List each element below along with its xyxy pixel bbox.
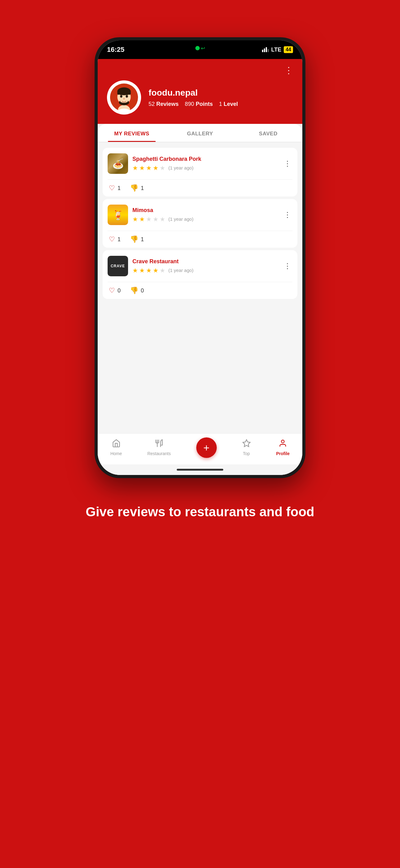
battery-indicator: 44 — [284, 46, 293, 53]
signal-bars — [262, 47, 269, 52]
star-5: ★ — [160, 267, 165, 274]
review-card: 🍝 Spaghetti Carbonara Pork ★ ★ ★ ★ ★ (1 … — [103, 148, 297, 196]
review-card: CRAVE Crave Restaurant ★ ★ ★ ★ ★ (1 year… — [103, 250, 297, 299]
spaghetti-image: 🍝 — [108, 153, 128, 174]
tabs: MY REVIEWS GALLERY SAVED — [98, 124, 302, 142]
review-actions: ♡ 1 👎 1 — [103, 231, 297, 248]
svg-point-15 — [281, 440, 284, 443]
star-2: ★ — [139, 164, 145, 172]
review-top: 🍹 Mimosa ★ ★ ★ ★ ★ (1 year ago) — [103, 199, 297, 231]
star-4: ★ — [153, 164, 159, 172]
nav-top[interactable]: Top — [242, 439, 251, 456]
review-thumbnail: 🍝 — [108, 153, 128, 174]
crave-image: CRAVE — [108, 256, 128, 276]
svg-point-8 — [126, 95, 128, 97]
profile-info: foodu.nepal 52 Reviews 890 Points 1 Leve — [107, 81, 293, 115]
review-more-icon[interactable]: ⋮ — [282, 211, 292, 219]
dislike-button[interactable]: 👎 0 — [130, 286, 144, 294]
review-info: Mimosa ★ ★ ★ ★ ★ (1 year ago) — [132, 207, 278, 223]
status-bar: 16:25 ↩ LTE 44 — [98, 40, 302, 59]
username: foodu.nepal — [148, 88, 293, 98]
like-count: 1 — [118, 185, 121, 191]
top-icon — [242, 439, 251, 450]
review-top: 🍝 Spaghetti Carbonara Pork ★ ★ ★ ★ ★ (1 … — [103, 148, 297, 180]
star-2: ★ — [139, 267, 145, 274]
nav-profile-label: Profile — [276, 451, 290, 456]
restaurants-icon — [155, 439, 163, 450]
review-card: 🍹 Mimosa ★ ★ ★ ★ ★ (1 year ago) — [103, 199, 297, 248]
star-3: ★ — [146, 267, 152, 274]
nav-restaurants[interactable]: Restaurants — [147, 439, 171, 456]
nav-top-label: Top — [243, 451, 250, 456]
main-content: MY REVIEWS GALLERY SAVED 🍝 Spaghetti Car… — [98, 124, 302, 475]
review-top: CRAVE Crave Restaurant ★ ★ ★ ★ ★ (1 year… — [103, 250, 297, 282]
heart-icon: ♡ — [109, 235, 115, 243]
review-title: Mimosa — [132, 207, 278, 214]
review-more-icon[interactable]: ⋮ — [282, 262, 292, 270]
like-button[interactable]: ♡ 1 — [109, 184, 121, 192]
star-4: ★ — [153, 215, 159, 223]
points-stat: 890 Points — [185, 101, 213, 107]
dynamic-island-dot — [195, 46, 200, 50]
stars-row: ★ ★ ★ ★ ★ (1 year ago) — [132, 267, 278, 274]
svg-rect-6 — [128, 91, 131, 95]
star-1: ★ — [132, 164, 138, 172]
tab-my-reviews[interactable]: MY REVIEWS — [98, 124, 166, 142]
review-title: Crave Restaurant — [132, 258, 278, 265]
stars-row: ★ ★ ★ ★ ★ (1 year ago) — [132, 164, 278, 172]
level-stat: 1 Level — [219, 101, 238, 107]
profile-details: foodu.nepal 52 Reviews 890 Points 1 Leve — [148, 88, 293, 107]
signal-bar-4 — [268, 49, 269, 52]
like-button[interactable]: ♡ 0 — [109, 286, 121, 294]
dislike-button[interactable]: 👎 1 — [130, 235, 144, 243]
profile-header: ⋮ — [98, 59, 302, 124]
review-time: (1 year ago) — [168, 216, 194, 222]
avatar — [107, 81, 141, 115]
more-options-icon[interactable]: ⋮ — [284, 65, 293, 75]
review-info: Crave Restaurant ★ ★ ★ ★ ★ (1 year ago) — [132, 258, 278, 274]
star-1: ★ — [132, 267, 138, 274]
svg-point-13 — [120, 99, 128, 103]
svg-point-7 — [120, 95, 122, 97]
add-review-button[interactable]: + — [196, 437, 217, 458]
status-right: LTE 44 — [262, 46, 293, 53]
review-more-icon[interactable]: ⋮ — [282, 159, 292, 168]
heart-icon: ♡ — [109, 184, 115, 192]
like-button[interactable]: ♡ 1 — [109, 235, 121, 243]
thumbdown-icon: 👎 — [130, 286, 138, 294]
review-thumbnail: 🍹 — [108, 205, 128, 225]
nav-restaurants-label: Restaurants — [147, 451, 171, 456]
reviews-list: 🍝 Spaghetti Carbonara Pork ★ ★ ★ ★ ★ (1 … — [98, 142, 302, 433]
avatar-image — [110, 84, 138, 112]
review-actions: ♡ 0 👎 0 — [103, 282, 297, 299]
tab-saved[interactable]: SAVED — [234, 124, 302, 142]
thumbdown-icon: 👎 — [130, 184, 138, 192]
like-count: 1 — [118, 236, 121, 243]
dislike-count: 1 — [141, 236, 144, 243]
star-3: ★ — [146, 164, 152, 172]
review-thumbnail: CRAVE — [108, 256, 128, 276]
stars-row: ★ ★ ★ ★ ★ (1 year ago) — [132, 215, 278, 223]
home-icon — [112, 439, 121, 450]
phone-inner: 16:25 ↩ LTE 44 ⋮ — [98, 40, 302, 475]
tab-gallery[interactable]: GALLERY — [166, 124, 234, 142]
nav-profile[interactable]: Profile — [276, 439, 290, 456]
plus-icon: + — [203, 442, 210, 453]
header-top-row: ⋮ — [107, 65, 293, 75]
status-time: 16:25 — [107, 45, 124, 54]
bottom-tagline: Give reviews to restaurants and food — [61, 503, 339, 521]
svg-rect-10 — [126, 94, 128, 95]
lte-label: LTE — [271, 46, 281, 53]
home-indicator — [177, 469, 223, 471]
review-time: (1 year ago) — [168, 268, 194, 273]
dislike-count: 1 — [141, 185, 144, 191]
dynamic-island-icon: ↩ — [201, 45, 205, 51]
dislike-button[interactable]: 👎 1 — [130, 184, 144, 192]
star-5: ★ — [160, 215, 165, 223]
nav-home[interactable]: Home — [110, 439, 122, 456]
mimosa-image: 🍹 — [108, 205, 128, 225]
dynamic-island: ↩ — [175, 42, 225, 54]
svg-rect-9 — [120, 94, 123, 95]
svg-marker-14 — [243, 440, 250, 446]
bottom-nav: Home Restaurants + — [98, 433, 302, 464]
